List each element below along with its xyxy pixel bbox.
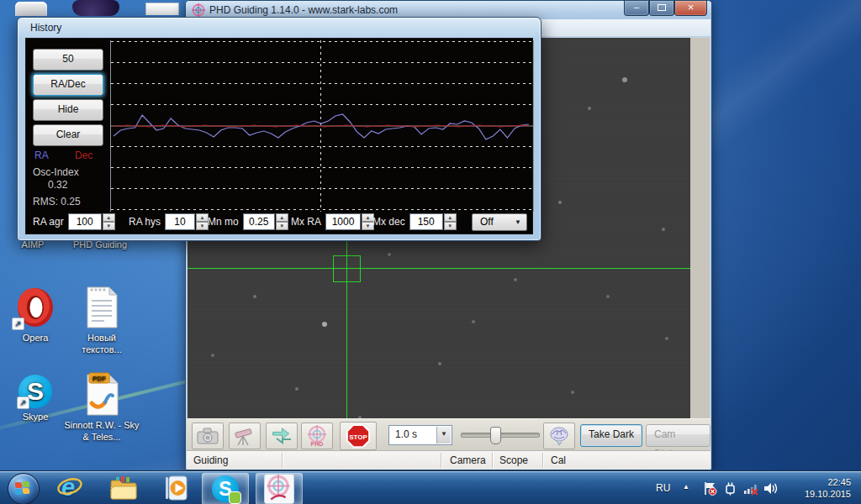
spinner-down-icon[interactable]: ▼	[276, 222, 288, 230]
desktop-icon-skype-label: Skype	[7, 411, 64, 423]
desktop-icon-textfile-label: Новый текстов...	[71, 332, 133, 355]
spinner-up-icon[interactable]: ▲	[276, 213, 288, 222]
camera-connect-button[interactable]	[192, 423, 224, 449]
guide-parameter-row: RA agr100▲▼ RA hys10▲▼ Mn mo0.25▲▼ Mx RA…	[26, 211, 532, 234]
max-dec-duration-control: Mx dec150▲▼	[372, 213, 457, 231]
loop-arrows-icon	[271, 428, 293, 444]
spinner-up-icon[interactable]: ▲	[196, 213, 209, 222]
language-indicator[interactable]: RU	[656, 482, 670, 494]
star	[514, 278, 517, 281]
legend-dec: Dec	[75, 150, 92, 161]
volume-icon[interactable]	[763, 481, 778, 496]
camera-icon	[197, 427, 219, 445]
mn-mo-input[interactable]: 0.25	[243, 213, 275, 230]
pdf-file-icon: PDF	[82, 371, 121, 417]
star	[558, 201, 562, 204]
history-length-button[interactable]: 50	[33, 49, 103, 71]
history-title: History	[30, 22, 61, 34]
desktop-icon-textfile[interactable]: Новый текстов...	[71, 286, 133, 355]
skype-icon: S ↗	[18, 375, 52, 408]
dec-guide-mode-select[interactable]: Off ▼	[472, 213, 527, 231]
minimize-button[interactable]: –	[624, 1, 649, 16]
legend-ra: RA	[34, 150, 49, 161]
desktop-icon-skype[interactable]: S ↗ Skype	[7, 375, 64, 423]
star	[322, 322, 327, 327]
tray-time: 22:45	[787, 476, 851, 488]
gamma-slider-thumb[interactable]	[490, 427, 501, 444]
phd-app-icon	[192, 3, 205, 17]
loop-exposures-button[interactable]	[266, 423, 298, 449]
close-button[interactable]: ×	[674, 1, 707, 16]
recycle-bin-icon-partial[interactable]	[15, 2, 47, 16]
status-divider	[441, 453, 441, 468]
max-ra-duration-control: Mx RA1000▲▼	[291, 213, 374, 231]
take-dark-button[interactable]: Take Dark	[580, 424, 642, 447]
rms-value: RMS: 0.25	[33, 196, 81, 207]
mx-ra-input[interactable]: 1000	[325, 213, 361, 230]
taskbar-phd-guiding-running[interactable]	[256, 473, 303, 504]
statusbar: Guiding Camera Scope Cal	[187, 450, 710, 470]
min-motion-control: Mn mo0.25▲▼	[208, 213, 288, 231]
advanced-settings-button[interactable]	[543, 423, 575, 449]
spinner-down-icon[interactable]: ▼	[196, 222, 209, 230]
maximize-button[interactable]	[649, 1, 674, 16]
spinner-down-icon[interactable]: ▼	[103, 222, 115, 230]
spinner-up-icon[interactable]: ▲	[103, 213, 115, 222]
gamma-slider[interactable]	[461, 433, 540, 438]
ra-dec-toggle-button[interactable]: RA/Dec	[33, 74, 103, 96]
network-status-icon[interactable]	[743, 481, 758, 496]
tray-clock[interactable]: 22:45 19.10.2015	[787, 476, 851, 500]
folder-icon	[109, 475, 138, 501]
exposure-duration-select[interactable]: 1.0 s ▼	[388, 425, 452, 445]
taskbar-file-explorer[interactable]	[106, 474, 141, 502]
spinner-down-icon[interactable]: ▼	[444, 222, 457, 230]
clear-button[interactable]: Clear	[33, 124, 103, 146]
dec-guide-mode-value: Off	[480, 216, 494, 228]
telescope-connect-button[interactable]	[229, 423, 261, 449]
spinner-up-icon[interactable]: ▲	[444, 213, 457, 222]
combo-arrow-icon: ▼	[436, 427, 451, 444]
ra-agr-label: RA agr	[33, 216, 64, 228]
desktop-icon-opera[interactable]: ↗ Opera	[5, 286, 66, 344]
mn-mo-label: Mn mo	[208, 216, 239, 228]
aimp-icon-partial[interactable]	[72, 0, 119, 16]
power-plug-icon[interactable]	[723, 481, 737, 496]
taskbar-internet-explorer[interactable]: e	[52, 474, 87, 502]
ra-hys-spinner[interactable]: ▲▼	[196, 213, 209, 230]
history-content: 50 RA/Dec Hide Clear RA Dec Osc-Index 0.…	[25, 38, 533, 234]
guide-button[interactable]: PHD	[301, 423, 333, 449]
history-titlebar[interactable]: History	[18, 18, 541, 38]
screen: AIMP PHD Guiding ↗ Opera	[0, 0, 861, 504]
shortcut-arrow-icon: ↗	[17, 396, 29, 409]
cam-dialog-button[interactable]: Cam Dialog	[646, 424, 710, 447]
stop-button[interactable]: STOP	[340, 422, 377, 450]
star	[472, 320, 475, 323]
star	[388, 253, 391, 256]
mn-mo-spinner[interactable]: ▲▼	[276, 213, 288, 230]
windows-flag-icon	[15, 481, 30, 495]
history-window: History 50 RA/Dec Hide Clear RA Dec Osc-…	[17, 17, 541, 241]
taskbar-skype-running[interactable]: S	[202, 473, 249, 504]
mx-dec-spinner[interactable]: ▲▼	[444, 213, 457, 230]
taskbar-media-player[interactable]	[158, 474, 193, 502]
text-file-icon-partial[interactable]	[145, 3, 179, 15]
mx-dec-input[interactable]: 150	[409, 213, 443, 230]
osc-index-value: 0.32	[48, 179, 67, 191]
desktop-icon-pdf[interactable]: PDF Sinnott R.W. - Sky & Teles...	[64, 371, 140, 443]
action-center-flag-icon[interactable]	[703, 481, 717, 496]
ra-agr-spinner[interactable]: ▲▼	[103, 213, 115, 230]
chart-plot	[111, 40, 533, 212]
window-title: PHD Guiding 1.14.0 - www.stark-labs.com	[209, 4, 398, 16]
text-file-icon	[84, 286, 119, 329]
ra-hys-input[interactable]: 10	[165, 213, 195, 230]
start-button[interactable]	[8, 473, 40, 504]
stop-text: STOP	[349, 433, 367, 441]
desktop-icon-opera-label: Opera	[5, 332, 66, 344]
ra-agr-input[interactable]: 100	[68, 213, 102, 230]
telescope-icon	[234, 426, 256, 446]
show-hidden-icons-button[interactable]: ▲	[683, 483, 689, 491]
hide-button[interactable]: Hide	[33, 99, 103, 121]
star	[438, 362, 441, 365]
shortcut-arrow-icon: ↗	[12, 318, 24, 330]
star	[588, 107, 591, 110]
